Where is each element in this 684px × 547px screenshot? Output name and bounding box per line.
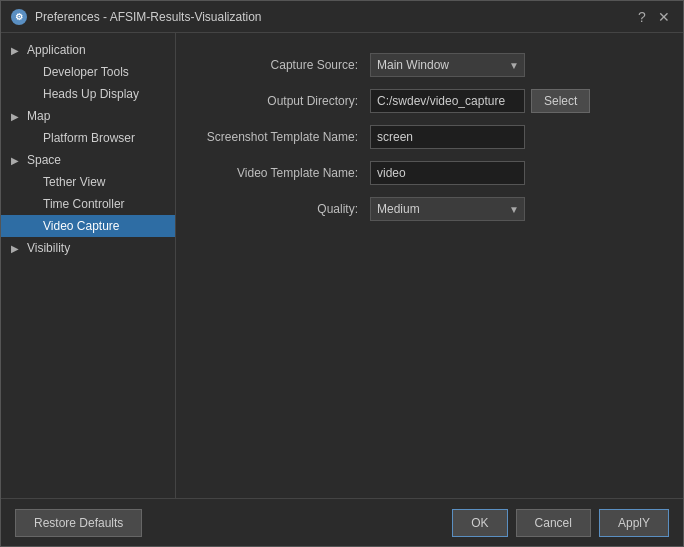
preferences-dialog: ⚙ Preferences - AFSIM-Results-Visualizat… — [0, 0, 684, 547]
dialog-icon: ⚙ — [11, 9, 27, 25]
restore-defaults-button[interactable]: Restore Defaults — [15, 509, 142, 537]
expand-arrow-icon: ▶ — [11, 45, 23, 56]
sidebar-item-developer-tools[interactable]: Developer Tools — [1, 61, 175, 83]
expand-arrow-icon: ▶ — [11, 155, 23, 166]
apply-button[interactable]: ApplY — [599, 509, 669, 537]
output-directory-label: Output Directory: — [200, 94, 370, 108]
screenshot-template-input[interactable] — [370, 125, 525, 149]
video-template-input[interactable] — [370, 161, 525, 185]
sidebar-item-application[interactable]: ▶ Application — [1, 39, 175, 61]
dialog-title: Preferences - AFSIM-Results-Visualizatio… — [35, 10, 262, 24]
screenshot-template-label: Screenshot Template Name: — [200, 130, 370, 144]
footer-right-buttons: OK Cancel ApplY — [452, 509, 669, 537]
output-directory-input[interactable] — [370, 89, 525, 113]
expand-arrow-icon: ▶ — [11, 243, 23, 254]
sidebar-label-time-controller: Time Controller — [43, 197, 125, 211]
quality-label: Quality: — [200, 202, 370, 216]
capture-source-row: Capture Source: Main Window Active View … — [200, 53, 659, 77]
sidebar-item-heads-up-display[interactable]: Heads Up Display — [1, 83, 175, 105]
sidebar-item-visibility[interactable]: ▶ Visibility — [1, 237, 175, 259]
screenshot-template-row: Screenshot Template Name: — [200, 125, 659, 149]
sidebar-label-tether-view: Tether View — [43, 175, 105, 189]
sidebar-label-map: Map — [27, 109, 50, 123]
title-bar-controls: ? ✕ — [633, 8, 673, 26]
quality-row: Quality: Low Medium High ▼ — [200, 197, 659, 221]
sidebar-item-video-capture[interactable]: Video Capture — [1, 215, 175, 237]
capture-source-wrapper: Main Window Active View All Views ▼ — [370, 53, 525, 77]
close-button[interactable]: ✕ — [655, 8, 673, 26]
sidebar-item-map[interactable]: ▶ Map — [1, 105, 175, 127]
ok-button[interactable]: OK — [452, 509, 507, 537]
expand-arrow-icon: ▶ — [11, 111, 23, 122]
capture-source-select[interactable]: Main Window Active View All Views — [370, 53, 525, 77]
help-button[interactable]: ? — [633, 8, 651, 26]
sidebar-item-platform-browser[interactable]: Platform Browser — [1, 127, 175, 149]
sidebar-label-application: Application — [27, 43, 86, 57]
footer: Restore Defaults OK Cancel ApplY — [1, 498, 683, 546]
video-template-label: Video Template Name: — [200, 166, 370, 180]
sidebar-label-heads-up-display: Heads Up Display — [43, 87, 139, 101]
select-button[interactable]: Select — [531, 89, 590, 113]
title-bar-left: ⚙ Preferences - AFSIM-Results-Visualizat… — [11, 9, 262, 25]
sidebar-label-video-capture: Video Capture — [43, 219, 120, 233]
title-bar: ⚙ Preferences - AFSIM-Results-Visualizat… — [1, 1, 683, 33]
sidebar-item-tether-view[interactable]: Tether View — [1, 171, 175, 193]
sidebar: ▶ Application Developer Tools Heads Up D… — [1, 33, 176, 498]
sidebar-label-developer-tools: Developer Tools — [43, 65, 129, 79]
cancel-button[interactable]: Cancel — [516, 509, 591, 537]
quality-wrapper: Low Medium High ▼ — [370, 197, 525, 221]
video-template-row: Video Template Name: — [200, 161, 659, 185]
sidebar-label-platform-browser: Platform Browser — [43, 131, 135, 145]
quality-select[interactable]: Low Medium High — [370, 197, 525, 221]
sidebar-label-visibility: Visibility — [27, 241, 70, 255]
sidebar-item-time-controller[interactable]: Time Controller — [1, 193, 175, 215]
capture-source-label: Capture Source: — [200, 58, 370, 72]
main-panel: Capture Source: Main Window Active View … — [176, 33, 683, 498]
sidebar-label-space: Space — [27, 153, 61, 167]
sidebar-item-space[interactable]: ▶ Space — [1, 149, 175, 171]
content-area: ▶ Application Developer Tools Heads Up D… — [1, 33, 683, 498]
output-directory-row: Output Directory: Select — [200, 89, 659, 113]
